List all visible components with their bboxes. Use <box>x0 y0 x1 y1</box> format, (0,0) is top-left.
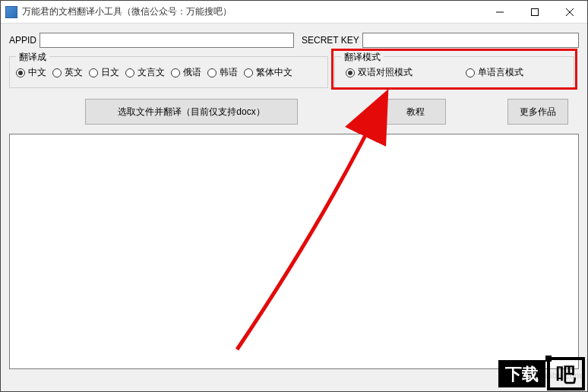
lang-radio-row: 中文英文日文文言文俄语韩语繁体中文 <box>16 66 321 79</box>
lang-radio-label: 繁体中文 <box>256 66 292 79</box>
secret-label: SECRET KEY <box>302 35 359 46</box>
radio-icon <box>89 68 98 77</box>
tutorial-button-label: 教程 <box>406 106 425 119</box>
lang-radio-label: 文言文 <box>138 66 165 79</box>
group-translate-to-legend: 翻译成 <box>16 51 49 64</box>
tutorial-button[interactable]: 教程 <box>385 99 446 125</box>
close-button[interactable] <box>552 1 587 23</box>
maximize-button[interactable] <box>517 1 552 23</box>
lang-radio-2[interactable]: 日文 <box>89 66 119 79</box>
radio-icon <box>346 68 355 77</box>
lang-radio-1[interactable]: 英文 <box>52 66 83 79</box>
app-window: 万能君的文档翻译小工具（微信公众号：万能搜吧） APPID SECRET KEY… <box>0 0 588 392</box>
appid-input[interactable] <box>40 33 294 48</box>
lang-radio-label: 日文 <box>101 66 119 79</box>
mode-radio-row: 双语对照模式单语言模式 <box>346 66 566 79</box>
minimize-button[interactable] <box>482 1 517 23</box>
mode-radio-1[interactable]: 单语言模式 <box>466 66 523 79</box>
lang-radio-6[interactable]: 繁体中文 <box>244 66 292 79</box>
radio-icon <box>52 68 62 77</box>
lang-radio-label: 俄语 <box>183 66 201 79</box>
lang-radio-label: 中文 <box>28 66 46 79</box>
appid-label: APPID <box>9 35 36 46</box>
radio-icon <box>466 68 475 77</box>
lang-radio-4[interactable]: 俄语 <box>171 66 201 79</box>
titlebar: 万能君的文档翻译小工具（微信公众号：万能搜吧） <box>1 1 587 24</box>
group-translate-mode-legend: 翻译模式 <box>341 51 384 64</box>
credentials-row: APPID SECRET KEY <box>9 32 579 49</box>
radio-icon <box>125 68 134 77</box>
select-file-button-label: 选取文件并翻译（目前仅支持docx） <box>118 106 264 119</box>
title-left: 万能君的文档翻译小工具（微信公众号：万能搜吧） <box>1 5 232 18</box>
lang-radio-0[interactable]: 中文 <box>16 66 46 79</box>
watermark-text: www.xiazaiba.com <box>507 371 582 380</box>
mode-radio-label: 单语言模式 <box>478 66 523 79</box>
group-translate-mode: 翻译模式 双语对照模式单语言模式 <box>334 56 574 88</box>
svg-rect-1 <box>532 8 539 15</box>
window-controls <box>482 1 587 23</box>
mode-radio-label: 双语对照模式 <box>358 66 413 79</box>
lang-radio-label: 英文 <box>65 66 83 79</box>
radio-icon <box>207 68 217 77</box>
lang-radio-3[interactable]: 文言文 <box>125 66 165 79</box>
radio-icon <box>16 68 25 77</box>
secret-input[interactable] <box>362 33 579 48</box>
window-title: 万能君的文档翻译小工具（微信公众号：万能搜吧） <box>22 5 232 18</box>
lang-radio-5[interactable]: 韩语 <box>207 66 238 79</box>
select-file-button[interactable]: 选取文件并翻译（目前仅支持docx） <box>85 99 298 125</box>
client-area: APPID SECRET KEY 翻译成 中文英文日文文言文俄语韩语繁体中文 翻… <box>2 24 586 390</box>
lang-radio-label: 韩语 <box>220 66 238 79</box>
output-textarea[interactable] <box>9 134 579 369</box>
mode-radio-0[interactable]: 双语对照模式 <box>346 66 413 79</box>
app-icon <box>5 6 17 18</box>
more-works-button-label: 更多作品 <box>520 106 556 119</box>
more-works-button[interactable]: 更多作品 <box>507 99 568 125</box>
group-translate-to: 翻译成 中文英文日文文言文俄语韩语繁体中文 <box>9 56 328 88</box>
radio-icon <box>244 68 253 77</box>
radio-icon <box>171 68 180 77</box>
